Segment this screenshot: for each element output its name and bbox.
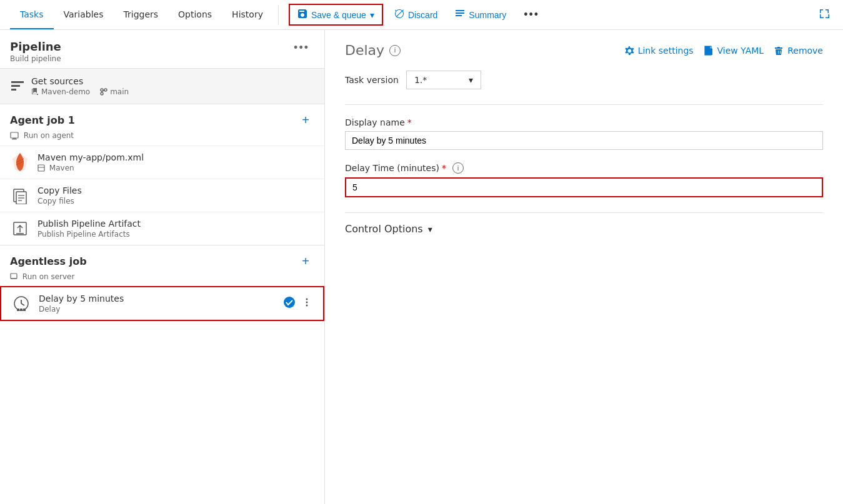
view-yaml-button[interactable]: View YAML — [704, 46, 764, 56]
agentless-job-run-label: Run on server — [22, 272, 75, 281]
svg-rect-8 — [12, 139, 17, 139]
svg-rect-0 — [11, 81, 24, 83]
svg-rect-25 — [20, 309, 22, 311]
display-name-label: Display name * — [345, 117, 823, 127]
get-sources-title: Get sources — [31, 76, 129, 86]
delay-time-info-icon[interactable]: i — [452, 162, 464, 174]
delay-task-name: Delay by 5 minutes — [39, 294, 124, 304]
maven-task-info: Maven my-app/pom.xml Maven — [37, 152, 144, 172]
repo-name: Maven-demo — [41, 87, 90, 96]
delay-time-input[interactable] — [345, 177, 823, 197]
agentless-job-section: Agentless job + Run on server — [0, 245, 324, 322]
svg-rect-26 — [23, 309, 26, 311]
agent-job-run-label: Run on agent — [24, 131, 74, 140]
svg-point-5 — [104, 89, 107, 91]
copy-files-task-item[interactable]: Copy Files Copy files — [0, 179, 324, 212]
nav-tasks[interactable]: Tasks — [10, 1, 54, 29]
task-more-button[interactable] — [301, 296, 313, 311]
summary-button[interactable]: Summary — [449, 5, 512, 24]
nav-options[interactable]: Options — [168, 1, 222, 29]
divider — [345, 104, 823, 105]
agent-job-add-button[interactable]: + — [297, 112, 314, 129]
maven-task-sub: Maven — [37, 164, 144, 172]
save-queue-button[interactable]: Save & queue ▾ — [289, 4, 383, 26]
agent-job-name: Agent job 1 — [10, 114, 75, 126]
task-version-select[interactable]: 1.* ▾ — [406, 71, 481, 89]
delay-time-label: Delay Time (minutes) * i — [345, 162, 823, 174]
display-name-input[interactable] — [345, 131, 823, 150]
copy-files-task-info: Copy Files Copy files — [37, 185, 82, 205]
task-detail-left: Delay i — [345, 42, 401, 58]
link-settings-button[interactable]: Link settings — [624, 46, 694, 56]
publish-artifact-task-info: Publish Pipeline Artifact Publish Pipeli… — [37, 219, 141, 239]
delay-task-sub: Delay — [39, 305, 124, 314]
remove-button[interactable]: Remove — [774, 46, 823, 56]
left-panel: Pipeline Build pipeline ••• Get sources … — [0, 30, 325, 504]
pipeline-header: Pipeline Build pipeline ••• — [0, 30, 324, 69]
pipeline-more-button[interactable]: ••• — [289, 40, 314, 56]
top-nav: Tasks Variables Triggers Options History… — [0, 0, 843, 30]
discard-icon — [394, 9, 404, 21]
display-name-group: Display name * — [345, 117, 823, 150]
nav-history[interactable]: History — [222, 1, 273, 29]
version-chevron-icon: ▾ — [469, 75, 473, 85]
svg-point-29 — [306, 301, 308, 303]
check-icon — [283, 296, 296, 311]
agentless-job-subtitle: Run on server — [0, 272, 324, 286]
delay-task-actions — [283, 296, 313, 311]
svg-rect-19 — [11, 274, 17, 279]
svg-point-30 — [306, 304, 308, 306]
nav-variables[interactable]: Variables — [54, 1, 114, 29]
task-info-icon[interactable]: i — [389, 45, 401, 56]
get-sources-item[interactable]: Get sources Maven-demo main — [0, 69, 324, 104]
remove-label: Remove — [787, 46, 823, 56]
delay-icon — [11, 294, 31, 314]
control-options-row[interactable]: Control Options ▾ — [345, 212, 823, 235]
branch-meta: main — [100, 87, 129, 96]
nav-triggers[interactable]: Triggers — [114, 1, 169, 29]
control-options-chevron: ▾ — [428, 224, 432, 234]
discard-label: Discard — [408, 10, 437, 20]
svg-rect-9 — [38, 165, 44, 171]
publish-artifact-task-sub: Publish Pipeline Artifacts — [37, 230, 141, 239]
svg-rect-6 — [11, 132, 18, 138]
right-panel: Delay i Link settings View YAML Remove — [325, 30, 843, 504]
nav-actions: Save & queue ▾ Discard Summary ••• — [289, 4, 546, 26]
delay-time-group: Delay Time (minutes) * i — [345, 162, 823, 197]
task-version-label: Task version — [345, 75, 399, 85]
summary-icon — [455, 9, 465, 21]
maven-icon — [10, 152, 30, 172]
save-queue-label: Save & queue — [311, 10, 366, 20]
agentless-job-header: Agentless job + — [0, 245, 324, 272]
svg-rect-7 — [12, 138, 16, 139]
get-sources-section: Get sources Maven-demo main — [0, 69, 324, 104]
copy-files-task-name: Copy Files — [37, 185, 82, 195]
save-queue-chevron: ▾ — [370, 10, 374, 20]
svg-point-28 — [306, 298, 308, 300]
agentless-job-add-button[interactable]: + — [297, 253, 314, 270]
copy-files-icon — [10, 185, 30, 205]
view-yaml-label: View YAML — [717, 46, 764, 56]
control-options-label: Control Options — [345, 223, 423, 235]
maven-task-item[interactable]: Maven my-app/pom.xml Maven — [0, 146, 324, 179]
svg-rect-2 — [11, 89, 16, 91]
delay-task-item[interactable]: Delay by 5 minutes Delay — [0, 286, 324, 321]
task-detail-title: Delay — [345, 42, 384, 58]
svg-rect-24 — [17, 309, 19, 311]
branch-name: main — [110, 87, 129, 96]
link-settings-label: Link settings — [638, 46, 694, 56]
expand-button[interactable] — [816, 5, 833, 25]
more-options-button[interactable]: ••• — [517, 4, 546, 25]
svg-rect-1 — [11, 85, 20, 87]
delay-task-info: Delay by 5 minutes Delay — [39, 294, 124, 314]
get-sources-text: Get sources Maven-demo main — [31, 76, 129, 96]
pipeline-subtitle: Build pipeline — [10, 54, 61, 63]
agent-job-header: Agent job 1 + — [0, 104, 324, 131]
publish-icon — [10, 219, 30, 239]
discard-button[interactable]: Discard — [388, 5, 444, 24]
task-version-value: 1.* — [414, 75, 427, 85]
get-sources-meta: Maven-demo main — [31, 87, 129, 96]
maven-task-name: Maven my-app/pom.xml — [37, 152, 144, 162]
publish-artifact-task-item[interactable]: Publish Pipeline Artifact Publish Pipeli… — [0, 212, 324, 245]
agent-job-subtitle: Run on agent — [0, 131, 324, 146]
